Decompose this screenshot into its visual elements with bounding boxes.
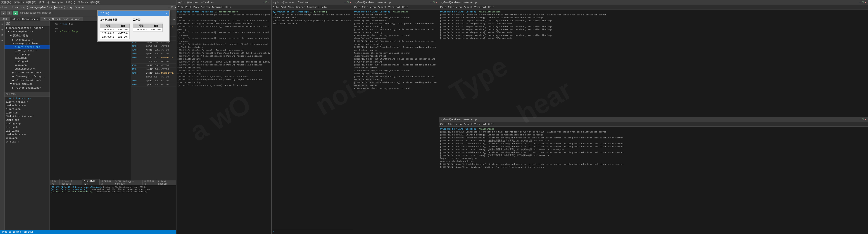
menu-debug[interactable]: 调试(D) [39, 0, 49, 4]
open-file-dialog-h[interactable]: dialog.h [4, 125, 50, 129]
menu-help-t2[interactable]: Help [321, 6, 327, 9]
menu-tools[interactable]: 工具(T) [65, 0, 75, 4]
menu-view-t3[interactable]: View [370, 6, 376, 9]
tab-clientthread-run[interactable]: ClientThread::run() -> void [41, 18, 83, 21]
terminal-2-title[interactable]: mylord@God-War:~/Desktop ─ □ ✕ [272, 0, 353, 5]
dialog-close-button[interactable]: ✕ [166, 11, 167, 15]
menu-edit-t1[interactable]: Edit [185, 6, 191, 9]
menu-edit-t4t[interactable]: Edit [448, 6, 454, 9]
menu-terminal-t3[interactable]: Terminal [389, 6, 400, 9]
terminal-4b-body[interactable]: mylord@God-of-War:~/Desktop$ ./FileParsi… [439, 127, 868, 234]
menu-file-t4t[interactable]: File [440, 6, 446, 9]
open-file-client-cpp[interactable]: client.cpp [4, 107, 50, 111]
terminal-3-title[interactable]: mylord@God-War:~/Desktop ─ □ ✕ [353, 0, 439, 5]
menu-analyze[interactable]: Analyze [51, 1, 63, 4]
menu-search-t4t[interactable]: Search [464, 6, 472, 9]
terminal-2-input[interactable] [274, 230, 352, 233]
terminal-4t-close[interactable]: ✕ [865, 1, 866, 4]
menu-help-t4b[interactable]: Help [488, 123, 494, 126]
menu-view-t4b[interactable]: View [456, 123, 462, 126]
tree-managerplatform-root[interactable]: ▼ managerplatform [master] [4, 26, 50, 30]
menu-file-t1[interactable]: File [178, 6, 183, 9]
bottom-tab-qml[interactable]: 5 QML Debugger Console [113, 180, 143, 186]
code-editor[interactable]: 20 sleep(2); 21 22 // main loop [50, 21, 131, 180]
menu-terminal-t4t[interactable]: Terminal [474, 6, 486, 9]
left-icon-2[interactable]: ◉ [0, 28, 4, 31]
terminal-2-body[interactable]: mylord@God-of-War:~/Desktop$ ./FileParsi… [272, 9, 353, 229]
tree-dialog-h[interactable]: dialog.h [4, 56, 50, 60]
tree-client-thread-cpp[interactable]: client_thread.cpp [4, 45, 50, 49]
open-file-cmakelists-user[interactable]: CMakeLists.txt.user [4, 115, 50, 118]
terminal-1-title[interactable]: mylord@God-War:~/Desktop ─ □ ✕ [177, 0, 272, 5]
tree-dialog-ui[interactable]: dialog.ui [4, 60, 50, 63]
menu-search-t4b[interactable]: Search [464, 123, 472, 126]
bottom-tab-search[interactable]: 2 Search Results [60, 180, 82, 186]
terminal-3-close[interactable]: ✕ [435, 1, 437, 4]
terminal-4b-title[interactable]: mylord@God-War:~/Desktop ─ □ ✕ [439, 117, 868, 122]
open-file-main-cpp[interactable]: main.cpp [4, 136, 50, 140]
terminal-4b-minimize[interactable]: ─ [859, 118, 861, 121]
menu-file-t2[interactable]: File [273, 6, 279, 9]
terminal-1-maximize[interactable]: □ [266, 1, 267, 4]
tree-main-cpp[interactable]: main.cpp [4, 63, 50, 67]
menu-search-t1[interactable]: Search [201, 6, 210, 9]
dialog-title[interactable]: Dialog ✕ [98, 11, 169, 16]
tab-project[interactable]: 项目 [0, 17, 9, 21]
left-icon-4[interactable]: ⊞ [0, 39, 4, 42]
open-file-client-h[interactable]: client.h [4, 111, 50, 115]
menu-view-t4t[interactable]: View [456, 6, 462, 9]
open-file-cmake-txt[interactable]: CMake.txt [4, 118, 50, 122]
tree-managerplatform-sub[interactable]: ▼ managerplatform [4, 42, 50, 45]
terminal-1-close[interactable]: ✕ [268, 1, 270, 4]
open-file-gthread-h[interactable]: gthread.h [4, 140, 50, 144]
tree-cmake-modules[interactable]: ▼ CMake Modules [4, 82, 50, 86]
terminal-3-minimize[interactable]: ─ [430, 1, 432, 4]
terminal-4t-title[interactable]: mylord@God-War:~/Desktop ─ □ ✕ [439, 0, 868, 5]
open-file-git-blame[interactable]: Git Blame [4, 129, 50, 133]
tree-other-locs-2[interactable]: ▶ <Other Locations> [4, 78, 50, 82]
open-file-cmakelists[interactable]: CMakeLists.txt [4, 104, 50, 107]
terminal-1-body[interactable]: mylord@God-of-War:~/Desktop$ ./TaskDistr… [177, 9, 272, 234]
tree-other-locs-3[interactable]: ▶ <Other Locations> [4, 86, 50, 90]
tree-managerplatform[interactable]: ▼ managerplatform [4, 30, 50, 33]
run-button[interactable]: ▶ [13, 11, 18, 15]
menu-help-t3[interactable]: Help [402, 6, 408, 9]
open-file-cmakelists2[interactable]: CMakeLists.txt [4, 133, 50, 136]
tree-cmakelists-txt[interactable]: CMakeLists.txt [4, 67, 50, 71]
menu-help-t1[interactable]: Help [225, 6, 231, 9]
menu-terminal-t1[interactable]: Terminal [212, 6, 224, 9]
tree-client-thread-h[interactable]: client_thread.h [4, 49, 50, 53]
open-file-dialog-cpp[interactable]: dialog.cpp [4, 122, 50, 125]
menu-search-t3[interactable]: Search [377, 6, 386, 9]
terminal-4t-body[interactable]: mylord@God-of-War:~/Desktop$ ./TaskDistr… [439, 9, 868, 117]
terminal-4b-maximize[interactable]: □ [862, 118, 864, 121]
open-file-client-thread-h[interactable]: client_thread.h [4, 100, 50, 104]
status-locate[interactable]: Type to locate (Ctrl+K) [2, 231, 33, 233]
tab-client-thread[interactable]: client_thread.cpp ✕ [10, 17, 41, 21]
menu-widget[interactable]: 控件(W) [78, 0, 88, 4]
minimize-button[interactable]: ─ [168, 6, 170, 9]
menu-edit-t4b[interactable]: Edit [448, 123, 454, 126]
open-file-client-thread-cpp[interactable]: client_thread.cpp [4, 96, 50, 100]
terminal-2-minimize[interactable]: ─ [344, 1, 346, 4]
menu-terminal-t2[interactable]: Terminal [307, 6, 319, 9]
debug-button[interactable]: ⚙ [7, 11, 12, 15]
bottom-tab-tests[interactable]: 8 Test Results [156, 180, 176, 186]
qt-menubar[interactable]: 文件(F) 编辑(E) 构建(B) 调试(D) Analyze 工具(T) 控件… [0, 0, 176, 5]
menu-help[interactable]: 帮助(H) [90, 0, 101, 4]
tree-cmakelists-h[interactable]: ▶ CMakeLists.h [4, 38, 50, 42]
menu-file-t4b[interactable]: File [440, 123, 446, 126]
menu-file[interactable]: 文件(F) [1, 0, 11, 4]
menu-view-t2[interactable]: View [288, 6, 294, 9]
maximize-button[interactable]: □ [172, 6, 173, 9]
menu-edit-t2[interactable]: Edit [280, 6, 286, 9]
terminal-1-minimize[interactable]: ─ [263, 1, 265, 4]
terminal-3-body[interactable]: mylord@God-of-War:~/Desktop$ ./FileParsi… [353, 9, 439, 234]
menu-search-t2[interactable]: Search [296, 6, 305, 9]
terminal-3-maximize[interactable]: □ [433, 1, 435, 4]
left-icon-3[interactable]: ⊞ [0, 33, 4, 37]
menu-edit[interactable]: 编辑(E) [14, 0, 24, 4]
terminal-2-maximize[interactable]: □ [347, 1, 349, 4]
menu-view-t1[interactable]: View [193, 6, 199, 9]
tree-dialog-cpp[interactable]: dialog.cpp [4, 53, 50, 56]
